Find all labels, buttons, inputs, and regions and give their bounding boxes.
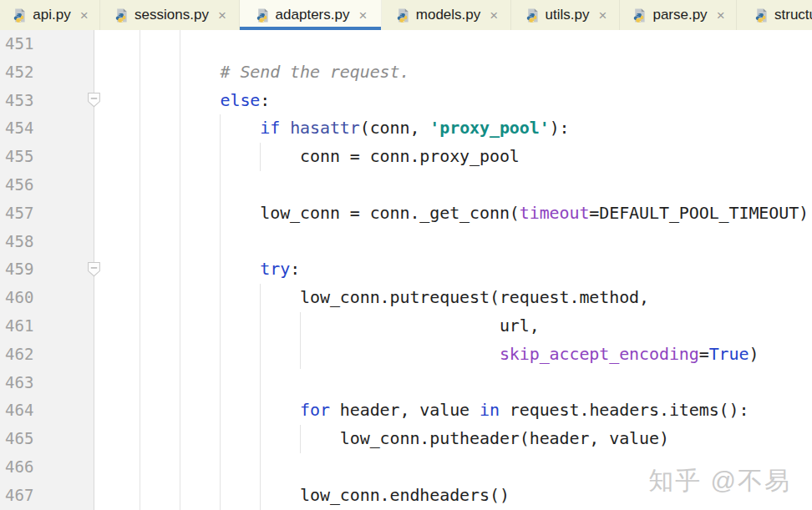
ide-window: api.py×sessions.py×adapters.py×models.py… [0, 0, 812, 510]
code-line-454: 454 if hasattr(conn, 'proxy_pool'): [0, 114, 812, 143]
line-number: 462 [0, 341, 94, 369]
tab-label: parse.py [652, 7, 707, 23]
code-line-456: 456 [0, 171, 812, 199]
token-plain: ) [749, 344, 759, 364]
token-plain [140, 344, 500, 364]
tab-close-icon[interactable]: × [490, 8, 498, 23]
line-number: 453 [0, 87, 94, 115]
token-plain: low_conn.endheaders() [140, 485, 510, 505]
tab-parse-py[interactable]: parse.py× [620, 0, 737, 30]
tab-utils-py[interactable]: utils.py× [511, 0, 620, 30]
token-plain: =DEFAULT_POOL_TIMEOUT) [589, 203, 809, 223]
line-number: 463 [0, 369, 94, 397]
tab-label: sessions.py [134, 7, 209, 23]
tab-close-icon[interactable]: × [717, 8, 725, 23]
token-keyword: else [221, 90, 261, 110]
line-number: 461 [0, 312, 94, 341]
python-file-icon [11, 8, 27, 23]
line-number: 467 [0, 482, 94, 510]
code-text[interactable]: if hasattr(conn, 'proxy_pool'): [94, 114, 812, 143]
code-text[interactable]: else: [94, 87, 812, 115]
code-text[interactable] [94, 30, 812, 58]
python-file-icon [394, 8, 410, 23]
token-param: skip_accept_encoding [500, 344, 699, 364]
code-text[interactable]: # Send the request. [94, 58, 812, 87]
code-line-455: 455 conn = conn.proxy_pool [0, 143, 812, 171]
code-text[interactable] [94, 228, 812, 256]
token-keyword: if [260, 118, 280, 138]
code-text[interactable]: low_conn.putheader(header, value) [94, 425, 812, 453]
line-number: 452 [0, 58, 94, 87]
code-text[interactable]: skip_accept_encoding=True) [94, 341, 812, 369]
line-number: 451 [0, 30, 94, 58]
token-plain: header, value [330, 400, 480, 420]
token-plain: = [699, 344, 709, 364]
tab-label: models.py [416, 7, 480, 23]
code-text[interactable]: url, [94, 312, 812, 341]
python-file-icon [753, 8, 769, 23]
code-line-452: 452 # Send the request. [0, 58, 812, 87]
line-number: 457 [0, 199, 94, 228]
token-param: timeout [520, 203, 590, 223]
code-editor: 451452 # Send the request.453 else:454 i… [0, 30, 812, 510]
line-number: 466 [0, 453, 94, 482]
tab-close-icon[interactable]: × [80, 8, 89, 23]
token-plain: low_conn = conn._get_conn( [140, 203, 520, 223]
token-plain: (conn, [360, 118, 430, 138]
code-text[interactable]: low_conn = conn._get_conn(timeout=DEFAUL… [94, 199, 812, 228]
code-line-461: 461 url, [0, 312, 812, 341]
line-number: 460 [0, 284, 94, 312]
token-string: 'proxy_pool' [429, 118, 549, 138]
tab-close-icon[interactable]: × [598, 8, 606, 23]
code-text[interactable]: try: [94, 255, 812, 284]
code-text[interactable] [94, 171, 812, 199]
token-keyword: True [709, 344, 749, 364]
fold-collapse-icon[interactable] [87, 92, 101, 108]
code-line-453: 453 else: [0, 87, 812, 115]
token-plain: conn = conn.proxy_pool [140, 146, 520, 166]
indent-guide [140, 30, 140, 510]
line-number: 464 [0, 396, 94, 425]
indent-guide [180, 30, 180, 510]
tab-adapters-py[interactable]: adapters.py× [240, 0, 382, 30]
code-text[interactable]: low_conn.putrequest(request.method, [94, 284, 812, 312]
token-plain [140, 259, 260, 279]
python-file-icon [631, 8, 647, 23]
code-line-464: 464 for header, value in request.headers… [0, 396, 812, 425]
token-plain: : [260, 90, 270, 110]
code-line-463: 463 [0, 369, 812, 397]
line-number: 455 [0, 143, 94, 171]
token-keyword: for [300, 400, 330, 420]
tab-models-py[interactable]: models.py× [382, 0, 511, 30]
tab-structu[interactable]: structu [737, 0, 812, 30]
code-line-462: 462 skip_accept_encoding=True) [0, 341, 812, 369]
token-keyword: in [480, 400, 500, 420]
tab-label: api.py [33, 7, 70, 23]
token-plain: request.headers.items(): [500, 400, 749, 420]
python-file-icon [524, 8, 540, 23]
tab-close-icon[interactable]: × [358, 8, 367, 23]
watermark: 知乎 @不易 [648, 464, 791, 498]
line-number: 458 [0, 228, 94, 256]
editor-tab-bar: api.py×sessions.py×adapters.py×models.py… [0, 0, 812, 30]
indent-guide [260, 143, 261, 171]
token-plain [280, 118, 290, 138]
python-file-icon [113, 8, 129, 23]
indent-guide [260, 284, 261, 510]
code-line-451: 451 [0, 30, 812, 58]
code-line-460: 460 low_conn.putrequest(request.method, [0, 284, 812, 312]
line-number: 459 [0, 255, 94, 284]
token-comment: # Send the request. [140, 62, 409, 82]
code-line-458: 458 [0, 228, 812, 256]
fold-collapse-icon[interactable] [87, 261, 101, 277]
code-text[interactable]: conn = conn.proxy_pool [94, 143, 812, 171]
code-text[interactable]: for header, value in request.headers.ite… [94, 396, 812, 425]
indent-guide [300, 425, 301, 453]
code-line-465: 465 low_conn.putheader(header, value) [0, 425, 812, 453]
token-keyword: try [260, 259, 290, 279]
tab-api-py[interactable]: api.py× [0, 0, 100, 30]
indent-guide [300, 312, 301, 369]
tab-close-icon[interactable]: × [218, 8, 226, 23]
tab-sessions-py[interactable]: sessions.py× [100, 0, 240, 30]
code-text[interactable] [94, 369, 812, 397]
